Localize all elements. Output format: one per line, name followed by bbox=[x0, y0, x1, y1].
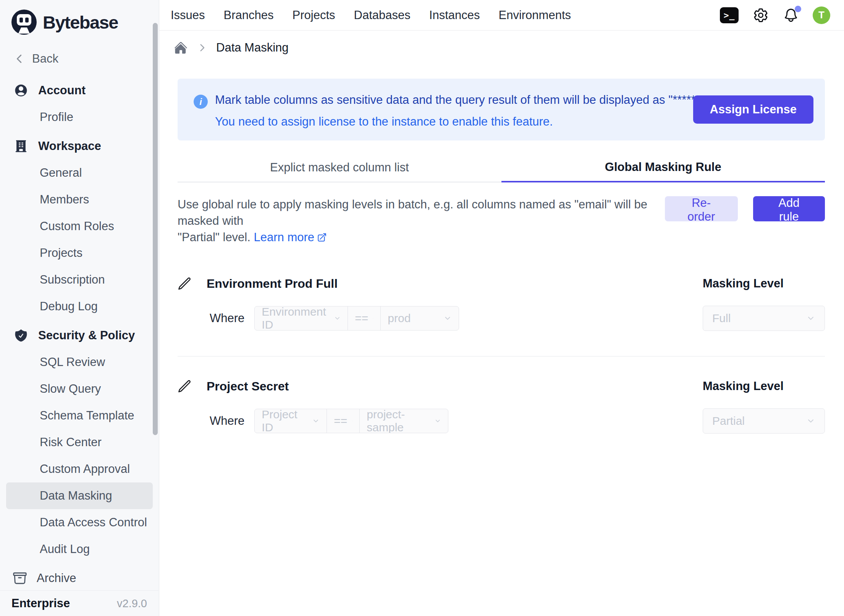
bytebase-logo[interactable]: Bytebase bbox=[11, 8, 159, 36]
sidebar-item-schema-template[interactable]: Schema Template bbox=[0, 402, 159, 429]
sidebar-item-data-masking[interactable]: Data Masking bbox=[6, 482, 153, 509]
sidebar-bottom: Archive Enterprise v2.9.0 bbox=[0, 566, 158, 616]
toolbar-buttons: Re-order Add rule bbox=[665, 196, 825, 221]
add-rule-button[interactable]: Add rule bbox=[753, 196, 825, 221]
masking-level-select[interactable]: Partial bbox=[703, 408, 825, 434]
archive-label: Archive bbox=[37, 571, 76, 585]
top-icons: >_ T bbox=[720, 6, 830, 24]
masking-rule-environment-prod-full: Environment Prod Full Masking Level Wher… bbox=[178, 273, 825, 356]
back-label: Back bbox=[32, 52, 58, 66]
condition-field-select[interactable]: Environment ID bbox=[255, 306, 348, 330]
condition-operator-select[interactable]: == bbox=[327, 409, 359, 433]
sidebar-item-general[interactable]: General bbox=[0, 160, 159, 186]
nav-item-environments[interactable]: Environments bbox=[498, 8, 571, 22]
condition-operator-select[interactable]: == bbox=[348, 306, 380, 330]
nav-item-issues[interactable]: Issues bbox=[171, 8, 205, 22]
bytebase-logo-icon bbox=[11, 10, 37, 35]
banner-message: Mark table columns as sensitive data and… bbox=[215, 89, 712, 111]
sidebar-item-subscription[interactable]: Subscription bbox=[0, 266, 159, 293]
tab-explicit-masked-column-list[interactable]: Explict masked column list bbox=[178, 153, 501, 182]
info-icon: i bbox=[194, 95, 208, 109]
nav-item-instances[interactable]: Instances bbox=[429, 8, 480, 22]
condition-group: Project ID == project-sample bbox=[254, 409, 448, 433]
external-link-icon bbox=[317, 232, 327, 242]
shield-icon bbox=[14, 328, 28, 343]
sidebar-section-account: Account bbox=[0, 77, 159, 104]
sidebar-footer: Enterprise v2.9.0 bbox=[0, 590, 158, 616]
rule-divider bbox=[178, 356, 825, 356]
rules-description-line2-wrap: "Partial" level. Learn more bbox=[178, 229, 665, 245]
condition-value-select[interactable]: prod bbox=[380, 306, 459, 330]
condition-value-select[interactable]: project-sample bbox=[359, 409, 448, 433]
condition-group: Environment ID == prod bbox=[254, 306, 459, 331]
sidebar-section-security-policy: Security & Policy bbox=[0, 322, 159, 349]
license-info-banner: i Mark table columns as sensitive data a… bbox=[178, 79, 825, 140]
settings-gear-icon[interactable] bbox=[752, 7, 769, 24]
sidebar-item-audit-log[interactable]: Audit Log bbox=[0, 536, 159, 563]
masking-rule-project-secret: Project Secret Masking Level Where Proje… bbox=[178, 376, 825, 434]
sidebar-item-projects[interactable]: Projects bbox=[0, 240, 159, 266]
notification-badge bbox=[795, 6, 801, 12]
tab-global-masking-rule[interactable]: Global Masking Rule bbox=[501, 153, 825, 182]
edit-pencil-icon[interactable] bbox=[178, 379, 191, 393]
nav-item-projects[interactable]: Projects bbox=[293, 8, 335, 22]
breadcrumb: Data Masking bbox=[174, 31, 825, 65]
rule-title: Project Secret bbox=[207, 379, 289, 393]
chevron-right-icon bbox=[197, 43, 207, 53]
sidebar-item-slow-query[interactable]: Slow Query bbox=[0, 376, 159, 402]
masking-level-label: Masking Level bbox=[703, 277, 825, 290]
learn-more-link[interactable]: Learn more bbox=[254, 229, 327, 245]
page-content: Data Masking i Mark table columns as sen… bbox=[159, 31, 844, 616]
banner-submessage: You need to assign license to the instan… bbox=[215, 111, 712, 132]
assign-license-button[interactable]: Assign License bbox=[693, 95, 813, 124]
top-nav: Issues Branches Projects Databases Insta… bbox=[171, 8, 571, 22]
back-button[interactable]: Back bbox=[14, 50, 159, 67]
rules-description-line1: Use global rule to apply masking levels … bbox=[178, 196, 665, 229]
section-label: Account bbox=[38, 84, 86, 97]
building-icon bbox=[14, 139, 28, 153]
sidebar-item-debug-log[interactable]: Debug Log bbox=[0, 293, 159, 320]
sidebar-nav: Account Profile Workspace General Member… bbox=[0, 77, 159, 616]
sidebar-item-archive[interactable]: Archive bbox=[0, 566, 158, 590]
masking-tabs: Explict masked column list Global Maskin… bbox=[178, 153, 825, 182]
rules-description: Use global rule to apply masking levels … bbox=[178, 196, 665, 245]
plan-badge: Enterprise bbox=[11, 597, 70, 610]
home-icon[interactable] bbox=[174, 41, 188, 55]
section-label: Workspace bbox=[38, 139, 101, 153]
version-label: v2.9.0 bbox=[117, 597, 147, 610]
edit-pencil-icon[interactable] bbox=[178, 277, 191, 290]
where-label: Where bbox=[210, 414, 244, 428]
sidebar-item-custom-roles[interactable]: Custom Roles bbox=[0, 213, 159, 240]
chevron-left-icon bbox=[14, 53, 25, 65]
brand-name: Bytebase bbox=[43, 12, 118, 33]
page-title: Data Masking bbox=[216, 41, 289, 55]
notifications-bell-icon[interactable] bbox=[783, 7, 799, 23]
app-root: Bytebase Back Account Profile Workspace bbox=[0, 0, 844, 616]
nav-item-branches[interactable]: Branches bbox=[224, 8, 274, 22]
section-label: Security & Policy bbox=[38, 329, 135, 342]
sidebar-item-data-access-control[interactable]: Data Access Control bbox=[0, 509, 159, 536]
sidebar-item-custom-approval[interactable]: Custom Approval bbox=[0, 456, 159, 482]
condition-field-select[interactable]: Project ID bbox=[255, 409, 327, 433]
user-icon bbox=[14, 83, 28, 98]
nav-item-databases[interactable]: Databases bbox=[354, 8, 411, 22]
sql-editor-terminal-icon[interactable]: >_ bbox=[720, 7, 739, 23]
sidebar-item-risk-center[interactable]: Risk Center bbox=[0, 429, 159, 456]
where-label: Where bbox=[210, 311, 244, 325]
top-bar: Issues Branches Projects Databases Insta… bbox=[159, 0, 844, 31]
sidebar: Bytebase Back Account Profile Workspace bbox=[0, 0, 159, 616]
sidebar-item-profile[interactable]: Profile bbox=[0, 104, 159, 131]
sidebar-item-members[interactable]: Members bbox=[0, 186, 159, 213]
user-avatar[interactable]: T bbox=[813, 6, 830, 24]
rules-description-line2: "Partial" level. bbox=[178, 231, 251, 244]
sidebar-scrollbar[interactable] bbox=[153, 23, 158, 435]
rule-title: Environment Prod Full bbox=[207, 277, 338, 291]
masking-level-label: Masking Level bbox=[703, 379, 825, 393]
main-area: Issues Branches Projects Databases Insta… bbox=[159, 0, 844, 616]
rules-toolbar: Use global rule to apply masking levels … bbox=[178, 196, 825, 245]
sidebar-item-sql-review[interactable]: SQL Review bbox=[0, 349, 159, 376]
masking-level-select[interactable]: Full bbox=[703, 306, 825, 331]
reorder-button[interactable]: Re-order bbox=[665, 196, 738, 221]
sidebar-section-workspace: Workspace bbox=[0, 133, 159, 160]
archive-icon bbox=[12, 571, 27, 586]
